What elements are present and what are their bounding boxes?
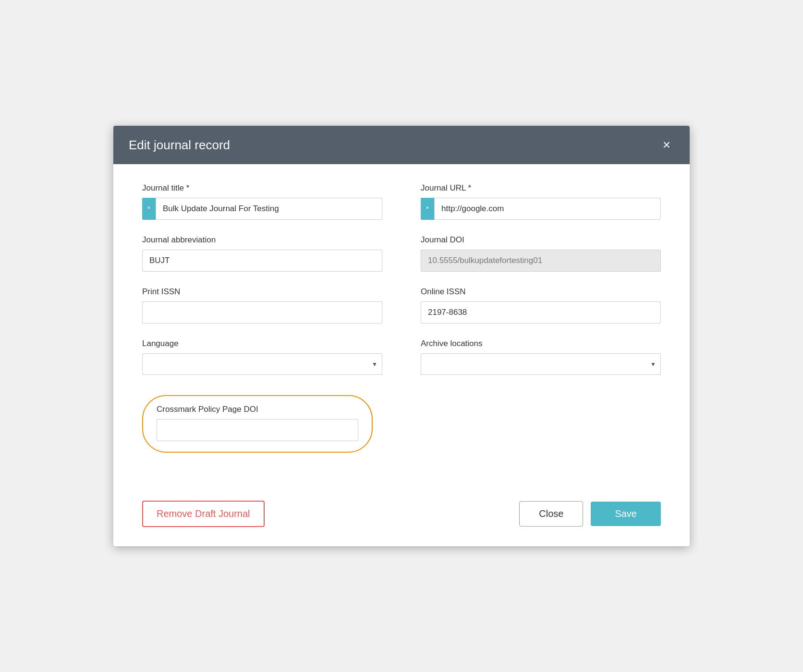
language-select-wrapper <box>142 353 382 375</box>
modal-title: Edit journal record <box>129 138 230 153</box>
footer-left: Remove Draft Journal <box>142 501 265 527</box>
language-label: Language <box>142 339 382 348</box>
crossmark-input[interactable] <box>157 419 358 441</box>
footer-right: Close Save <box>519 501 661 527</box>
journal-title-input[interactable] <box>156 198 382 220</box>
close-button[interactable]: Close <box>519 501 583 527</box>
language-select[interactable] <box>142 353 382 375</box>
online-issn-input[interactable] <box>421 301 661 324</box>
journal-abbreviation-group: Journal abbreviation <box>142 235 382 272</box>
crossmark-label: Crossmark Policy Page DOI <box>157 405 358 414</box>
archive-locations-group: Archive locations <box>421 339 661 375</box>
archive-locations-select-wrapper <box>421 353 661 375</box>
close-icon[interactable]: × <box>659 136 674 154</box>
journal-url-required: * <box>421 198 434 220</box>
journal-doi-label: Journal DOI <box>421 235 661 245</box>
print-issn-group: Print ISSN <box>142 287 382 324</box>
online-issn-group: Online ISSN <box>421 287 661 324</box>
journal-url-label: Journal URL * <box>421 183 661 193</box>
form-grid: Journal title * * Journal URL * * Journa… <box>142 183 661 390</box>
journal-title-label: Journal title * <box>142 183 382 193</box>
edit-journal-modal: Edit journal record × Journal title * * … <box>113 126 690 546</box>
crossmark-section: Crossmark Policy Page DOI <box>142 395 661 453</box>
language-group: Language <box>142 339 382 375</box>
online-issn-label: Online ISSN <box>421 287 661 297</box>
archive-locations-label: Archive locations <box>421 339 661 348</box>
journal-title-group: Journal title * * <box>142 183 382 220</box>
journal-abbreviation-label: Journal abbreviation <box>142 235 382 245</box>
journal-url-input-wrapper: * <box>421 198 661 220</box>
modal-footer: Remove Draft Journal Close Save <box>113 491 690 546</box>
print-issn-label: Print ISSN <box>142 287 382 297</box>
journal-title-required: * <box>142 198 156 220</box>
crossmark-highlight: Crossmark Policy Page DOI <box>142 395 373 453</box>
journal-title-input-wrapper: * <box>142 198 382 220</box>
journal-abbreviation-input[interactable] <box>142 250 382 272</box>
journal-url-group: Journal URL * * <box>421 183 661 220</box>
journal-url-input[interactable] <box>434 198 661 220</box>
save-button[interactable]: Save <box>591 502 661 526</box>
remove-draft-button[interactable]: Remove Draft Journal <box>142 501 265 527</box>
print-issn-input[interactable] <box>142 301 382 324</box>
journal-doi-input <box>421 250 661 272</box>
modal-body: Journal title * * Journal URL * * Journa… <box>113 164 690 491</box>
modal-header: Edit journal record × <box>113 126 690 164</box>
journal-doi-group: Journal DOI <box>421 235 661 272</box>
archive-locations-select[interactable] <box>421 353 661 375</box>
